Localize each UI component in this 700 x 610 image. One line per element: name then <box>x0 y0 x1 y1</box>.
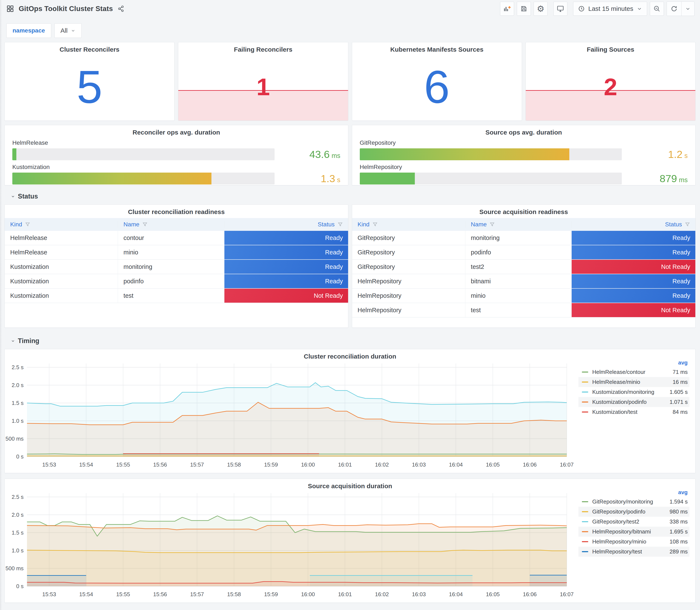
series-name: HelmRelease/contour <box>592 369 672 375</box>
bar-gauge-panel: Source ops avg. durationGitRepository1.2… <box>352 125 696 185</box>
stat-value: 6 <box>352 64 522 110</box>
panel-title[interactable]: Reconciler ops avg. duration <box>12 125 340 136</box>
legend-item[interactable]: GitRepository/monitoring1.594 s <box>579 497 689 507</box>
panel-title[interactable]: Failing Sources <box>526 42 695 53</box>
legend-item[interactable]: GitRepository/podinfo980 ms <box>579 507 689 517</box>
status-badge: Ready <box>224 231 348 245</box>
svg-text:16:07: 16:07 <box>560 462 573 468</box>
cell-kind: HelmRelease <box>5 231 118 245</box>
filter-icon[interactable] <box>338 222 343 227</box>
column-header-status[interactable]: Status <box>572 221 695 228</box>
panel-title[interactable]: Source acquisition readiness <box>352 205 696 215</box>
svg-text:16:02: 16:02 <box>375 462 389 468</box>
legend-item[interactable]: HelmRepository/bitnami1.695 s <box>579 527 689 537</box>
variable-label-namespace[interactable]: namespace <box>6 23 51 38</box>
share-icon[interactable] <box>117 5 124 12</box>
time-range-picker[interactable]: Last 15 minutes <box>573 2 647 16</box>
column-header-kind[interactable]: Kind <box>352 221 466 228</box>
timeseries-panel: Cluster reconciliation duration0 s500 ms… <box>4 349 696 473</box>
column-header-status[interactable]: Status <box>224 221 348 228</box>
cell-kind: HelmRepository <box>352 289 466 303</box>
legend-item[interactable]: HelmRepository/minio108 ms <box>579 537 689 547</box>
filter-icon[interactable] <box>489 222 495 227</box>
tables-row: Cluster reconciliation readinessKindName… <box>4 205 696 328</box>
legend-item[interactable]: Kustomization/monitoring1.605 s <box>579 387 689 397</box>
legend-item[interactable]: HelmRepository/test289 ms <box>579 547 689 557</box>
status-badge: Not Ready <box>572 260 695 274</box>
gauge-value: 879ms <box>622 173 688 184</box>
section-timing[interactable]: Timing <box>11 337 696 345</box>
viewport-left-edge <box>0 0 2 610</box>
chevron-down-icon <box>11 339 15 343</box>
cell-name: podinfo <box>118 274 224 288</box>
stat-panel: Kubernetes Manifests Sources6 <box>352 42 522 121</box>
gauge-track <box>12 148 275 160</box>
table-header-row: KindNameStatus <box>5 218 348 231</box>
table-panel: Cluster reconciliation readinessKindName… <box>4 205 348 328</box>
panel-title[interactable]: Kubernetes Manifests Sources <box>352 42 522 53</box>
stats-row: Cluster Reconcilers5Failing Reconcilers1… <box>4 42 696 121</box>
legend-item[interactable]: HelmRelease/contour71 ms <box>579 367 689 377</box>
legend-avg-header[interactable]: avg <box>579 488 689 497</box>
section-status[interactable]: Status <box>11 193 696 200</box>
filter-icon[interactable] <box>372 222 378 227</box>
gauge-label: HelmRelease <box>12 140 340 146</box>
series-color-dash <box>582 531 588 532</box>
svg-text:15:55: 15:55 <box>116 462 130 468</box>
gauge-value-unit: s <box>684 152 688 159</box>
cell-name: test2 <box>466 260 572 274</box>
filter-icon[interactable] <box>25 222 30 227</box>
refresh-button[interactable] <box>667 2 681 16</box>
series-name: Kustomization/monitoring <box>592 389 670 395</box>
time-range-label: Last 15 minutes <box>588 5 633 12</box>
legend-item[interactable]: HelmRelease/minio16 ms <box>579 377 689 387</box>
add-panel-button[interactable] <box>500 2 514 16</box>
variable-label-text: namespace <box>13 27 45 34</box>
chevron-down-icon <box>11 194 15 198</box>
legend-item[interactable]: Kustomization/podinfo1.071 s <box>579 397 689 407</box>
panel-title[interactable]: Failing Reconcilers <box>178 42 348 53</box>
zoom-out-button[interactable] <box>650 2 664 16</box>
stat-value: 5 <box>5 64 174 110</box>
gauge-row: 1.3s <box>12 173 340 184</box>
gauge-track <box>360 148 622 160</box>
dashboard-settings-button[interactable]: ⚙ <box>534 2 548 16</box>
series-avg-value: 84 ms <box>672 409 688 415</box>
svg-text:0 s: 0 s <box>16 453 23 460</box>
svg-text:1.5 s: 1.5 s <box>12 529 23 536</box>
svg-text:2.5 s: 2.5 s <box>12 494 23 500</box>
variables-row: namespace All <box>6 23 700 38</box>
cycle-view-button[interactable] <box>553 2 567 16</box>
panel-title[interactable]: Cluster Reconcilers <box>5 42 174 53</box>
svg-text:15:57: 15:57 <box>190 462 204 468</box>
gauge-fill <box>12 173 211 184</box>
filter-icon[interactable] <box>142 222 148 227</box>
svg-text:1.5 s: 1.5 s <box>12 400 23 406</box>
filter-icon[interactable] <box>685 222 690 227</box>
legend-item[interactable]: GitRepository/test2338 ms <box>579 517 689 527</box>
column-header-kind[interactable]: Kind <box>5 221 118 228</box>
svg-text:16:03: 16:03 <box>412 462 426 468</box>
svg-text:16:04: 16:04 <box>449 591 463 597</box>
refresh-interval-dropdown[interactable] <box>681 2 694 16</box>
chart-legend: avgHelmRelease/contour71 msHelmRelease/m… <box>579 358 689 417</box>
cell-kind: GitRepository <box>352 231 466 245</box>
refresh-controls <box>667 1 695 16</box>
legend-avg-header[interactable]: avg <box>579 358 689 367</box>
panel-title[interactable]: Cluster reconciliation readiness <box>5 205 348 215</box>
gauge-value-unit: ms <box>331 152 340 159</box>
variable-value-dropdown[interactable]: All <box>54 23 82 38</box>
column-header-name[interactable]: Name <box>118 221 224 228</box>
save-dashboard-button[interactable] <box>517 2 531 16</box>
status-badge: Ready <box>224 260 348 274</box>
series-color-dash <box>582 371 588 373</box>
table-row: GitRepositorypodinfoReady <box>352 245 696 260</box>
svg-text:16:00: 16:00 <box>301 591 315 597</box>
gauge-value-unit: ms <box>679 176 688 183</box>
legend-item[interactable]: Kustomization/test84 ms <box>579 407 689 417</box>
column-header-name[interactable]: Name <box>466 221 572 228</box>
svg-text:16:01: 16:01 <box>338 591 352 597</box>
variable-value-text: All <box>61 27 68 34</box>
panel-title[interactable]: Source ops avg. duration <box>360 125 688 136</box>
svg-text:15:54: 15:54 <box>79 591 93 597</box>
